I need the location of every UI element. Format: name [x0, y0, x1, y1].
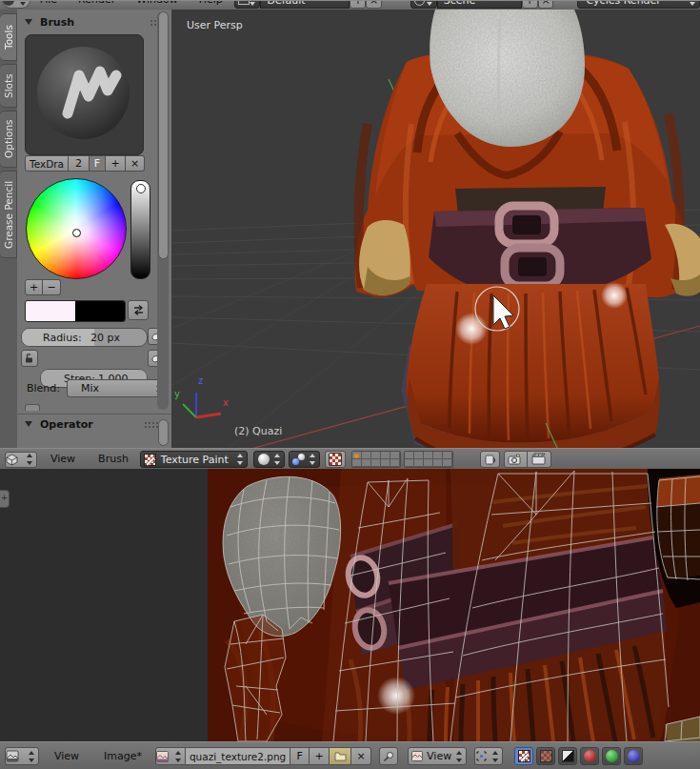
pin-icon — [383, 751, 394, 762]
render-engine-select[interactable]: Cycles Render — [577, 0, 700, 9]
radius-value: 20 px — [90, 329, 120, 346]
active-layer-dot — [354, 454, 359, 458]
menu-view-3d[interactable]: View — [50, 450, 75, 469]
menu-image[interactable]: Image* — [104, 747, 142, 766]
region-expand-arrow[interactable]: + — [0, 490, 10, 508]
layers-group-1[interactable] — [351, 451, 401, 468]
brush-preview[interactable] — [25, 34, 144, 155]
layers-group-2[interactable] — [404, 451, 453, 468]
color-swatch-pair[interactable] — [25, 300, 126, 322]
green-channel-icon — [606, 750, 618, 762]
radius-slider[interactable]: Radius: 20 px — [21, 328, 148, 347]
unlink-texture-button[interactable]: × — [126, 155, 145, 172]
scene-delete-button[interactable]: × — [538, 0, 554, 9]
diagonal-bw-icon — [562, 750, 574, 762]
wheel-cursor-icon — [72, 229, 81, 237]
menu-brush-3d[interactable]: Brush — [98, 450, 129, 469]
blend-mode-select[interactable]: Mix — [67, 379, 167, 397]
image-name-field[interactable]: quazi_texture2.png — [186, 747, 290, 765]
scene-browse[interactable] — [410, 0, 437, 9]
blender-window: File Render Window Help Default + × Scen… — [0, 0, 700, 769]
image-editor-header: View Image* quazi_texture2.png F + × Vie… — [0, 741, 700, 769]
image-unlink-button[interactable]: × — [351, 747, 371, 765]
blender-logo[interactable] — [2, 0, 30, 9]
menu-help[interactable]: Help — [199, 0, 223, 10]
mode-select[interactable]: Texture Paint — [140, 451, 248, 468]
swap-colors-button[interactable] — [128, 300, 149, 320]
brush-panel-title: Brush — [40, 16, 74, 29]
screen-delete-button[interactable]: × — [366, 0, 382, 9]
tab-options[interactable]: Options — [0, 111, 17, 168]
viewport-3d[interactable]: User Persp (2) Quazi z y x — [171, 10, 700, 448]
checker-cube-icon — [329, 453, 342, 466]
collapse-triangle-icon — [25, 421, 32, 427]
viewport-shading-select[interactable] — [253, 451, 285, 468]
panel-grip-icon[interactable] — [144, 421, 158, 428]
screen-layout-browse[interactable] — [234, 0, 261, 9]
texture-image — [208, 469, 700, 741]
image-open-button[interactable] — [330, 747, 351, 765]
operator-panel-header[interactable]: Operator — [17, 414, 171, 434]
channel-green-toggle[interactable] — [602, 747, 621, 765]
image-thumb-icon — [156, 751, 169, 762]
lock-to-scene-button[interactable] — [480, 451, 500, 468]
viewport-canvas — [171, 10, 700, 448]
strength-unified-lock-button[interactable] — [21, 350, 38, 367]
pivot-spheres-icon — [292, 454, 305, 466]
screen-add-button[interactable]: + — [350, 0, 366, 9]
new-texture-button[interactable]: + — [106, 155, 126, 172]
render-opengl-button[interactable] — [504, 451, 528, 468]
tab-grease-pencil[interactable]: Grease Pencil — [0, 171, 17, 258]
tab-tools[interactable]: Tools — [0, 13, 17, 61]
pivot-select[interactable] — [474, 747, 503, 765]
snap-toggle-button[interactable] — [325, 451, 346, 468]
next-option-partial — [25, 404, 40, 411]
fake-user-button[interactable]: F — [90, 155, 106, 172]
paint-spot — [377, 677, 415, 715]
scene-add-button[interactable]: + — [522, 0, 538, 9]
screen-layout-name[interactable]: Default — [260, 0, 350, 9]
axis-gizmo — [183, 393, 221, 417]
pin-button[interactable] — [379, 747, 398, 765]
menu-render[interactable]: Render — [78, 0, 115, 10]
color-sample-add-button[interactable]: + — [25, 279, 43, 295]
menu-window[interactable]: Window — [136, 0, 177, 10]
color-sample-remove-button[interactable]: − — [43, 279, 61, 295]
image-new-button[interactable]: + — [310, 747, 330, 765]
pivot-point-select[interactable] — [289, 451, 320, 468]
foreground-color[interactable] — [26, 301, 75, 321]
operator-scrollbar[interactable] — [158, 419, 169, 446]
draw-texpaint-uv-toggle[interactable] — [514, 747, 533, 765]
object-label: (2) Quazi — [234, 425, 282, 437]
color-wheel[interactable] — [26, 178, 127, 279]
toolshelf-tab-column: Tools Slots Options Grease Pencil — [0, 10, 17, 448]
tab-slots[interactable]: Slots — [0, 64, 17, 108]
draw-alpha-toggle[interactable] — [558, 747, 577, 765]
draw-repeated-toggle[interactable] — [536, 747, 555, 765]
brush-panel-header[interactable]: Brush — [21, 13, 164, 30]
toolshelf-scrollbar[interactable] — [157, 11, 169, 410]
scene-name[interactable]: Scene — [437, 0, 522, 9]
render-opengl-anim-button[interactable] — [528, 451, 551, 468]
image-browse-select[interactable] — [155, 747, 186, 765]
menu-file[interactable]: File — [40, 0, 57, 10]
brush-texture-name-field[interactable]: TexDra — [25, 155, 69, 172]
toolshelf-panel: Brush TexDra 2 F + × + − — [17, 10, 172, 448]
value-slider[interactable] — [130, 180, 150, 279]
editor-type-select[interactable] — [5, 452, 37, 468]
image-editor-mode-select[interactable]: View — [408, 747, 467, 765]
pivot-crosshair-icon — [475, 750, 488, 762]
channel-red-toggle[interactable] — [580, 747, 599, 765]
value-slider-knob[interactable] — [136, 184, 146, 193]
cube-editor-icon — [6, 454, 18, 466]
background-color[interactable] — [75, 301, 125, 321]
brush-texture-users-button[interactable]: 2 — [69, 155, 90, 172]
image-fake-user-button[interactable]: F — [290, 747, 310, 765]
mode-image-icon — [411, 751, 423, 761]
editor-type-select[interactable] — [5, 747, 39, 765]
channel-blue-toggle[interactable] — [624, 747, 643, 765]
image-editor-canvas[interactable]: + — [0, 469, 700, 741]
blend-label: Blend: — [27, 382, 60, 395]
camera-icon — [508, 453, 523, 466]
menu-view-image-editor[interactable]: View — [54, 747, 79, 766]
